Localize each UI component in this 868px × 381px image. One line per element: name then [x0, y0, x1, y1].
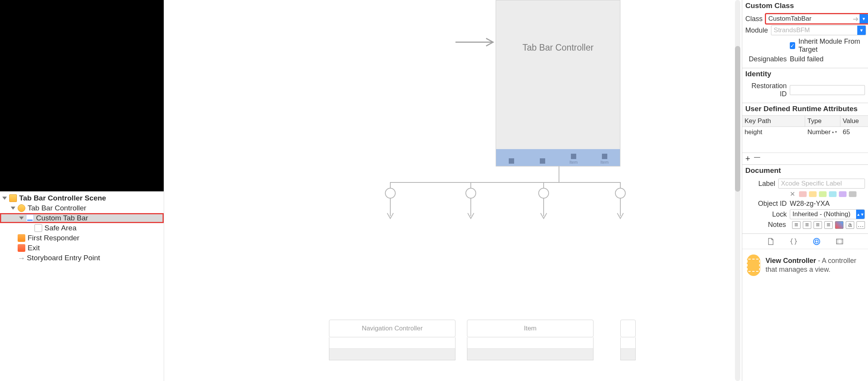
clear-color-icon[interactable]: ✕ [790, 190, 795, 198]
dest-scene-item[interactable]: Item [467, 320, 593, 360]
outline-item-label: Custom Tab Bar [36, 214, 88, 222]
font-picker-icon[interactable]: a [846, 221, 854, 229]
table-header-row: Key Path Type Value [742, 116, 868, 127]
dest-scene-navigation-controller[interactable]: Navigation Controller [329, 320, 455, 360]
align-justify-icon[interactable]: ≡ [824, 221, 833, 229]
outline-row-exit[interactable]: Exit [0, 243, 164, 253]
label-color-swatches [799, 191, 856, 197]
document-label-field[interactable] [779, 180, 865, 187]
svg-point-4 [615, 188, 625, 198]
outline-item-label: Storyboard Entry Point [27, 254, 100, 262]
outline-row-custom-tab-bar[interactable]: Custom Tab Bar [0, 213, 164, 223]
inherit-module-row[interactable]: ✓ Inherit Module From Target [790, 38, 865, 54]
safearea-icon [35, 224, 42, 232]
document-label-input[interactable] [778, 179, 865, 189]
table-cell-keypath[interactable]: height [742, 127, 805, 138]
tab-item[interactable] [532, 158, 553, 164]
field-label-restoration-id: Restoration ID [745, 82, 787, 98]
more-icon[interactable]: … [856, 221, 865, 229]
tabbar-icon [26, 214, 34, 222]
storyboard-canvas[interactable]: Tab Bar Controller Item Item [164, 0, 742, 381]
outline-row-first-responder[interactable]: First Responder [0, 233, 164, 243]
scrollbar-thumb[interactable] [735, 46, 740, 192]
disclosure-triangle-icon[interactable] [11, 207, 15, 210]
color-well-icon[interactable] [835, 221, 843, 229]
runtime-attributes-table[interactable]: Key Path Type Value height Number▲▼ 65 +… [742, 115, 868, 164]
table-row[interactable]: height Number▲▼ 65 [742, 127, 868, 138]
align-right-icon[interactable]: ≡ [814, 221, 822, 229]
color-swatch[interactable] [809, 191, 817, 197]
color-swatch[interactable] [829, 191, 837, 197]
field-label-class: Class [745, 15, 763, 23]
viewcontroller-library-icon [747, 255, 760, 276]
lock-value: Inherited - (Nothing) [792, 210, 850, 218]
align-left-icon[interactable]: ≡ [792, 221, 801, 229]
field-label-designables: Designables [745, 55, 787, 63]
table-header-cell[interactable]: Type [805, 116, 840, 126]
table-header-cell[interactable]: Key Path [742, 116, 805, 126]
section-identity: Identity Restoration ID [742, 68, 868, 103]
library-tab-file-icon[interactable] [766, 236, 776, 246]
remove-attribute-button[interactable]: — [754, 154, 760, 164]
lock-select[interactable]: Inherited - (Nothing) ▲▼ [790, 209, 865, 219]
color-swatch[interactable] [819, 191, 827, 197]
svg-rect-6 [815, 240, 818, 243]
align-center-icon[interactable]: ≡ [803, 221, 811, 229]
checkbox-checked-icon[interactable]: ✓ [790, 42, 795, 49]
chevron-updown-icon[interactable]: ▲▼ [856, 210, 865, 219]
viewcontroller-icon [18, 204, 25, 212]
library-tab-code-icon[interactable] [789, 236, 799, 246]
restoration-id-input[interactable] [790, 85, 865, 95]
outline-row-tabbarcontroller[interactable]: Tab Bar Controller [0, 203, 164, 213]
scene-icon [9, 194, 17, 202]
dest-title: Navigation Controller [362, 325, 423, 332]
scene-title-label: Tab Bar Controller [496, 43, 620, 53]
section-document: Document Label ✕ Ob [742, 165, 868, 233]
outline-row-safe-area[interactable]: Safe Area [0, 223, 164, 233]
tab-item[interactable]: Item [563, 154, 584, 164]
scene-tab-bar-controller[interactable]: Tab Bar Controller Item Item [496, 0, 620, 166]
library-tab-objects-icon[interactable] [812, 236, 822, 246]
table-cell-value[interactable]: 65 [840, 127, 868, 138]
color-swatch[interactable] [799, 191, 807, 197]
dest-scene-partial[interactable] [620, 320, 636, 360]
table-header-cell[interactable]: Value [840, 116, 868, 126]
section-runtime-attributes: User Defined Runtime Attributes Key Path… [742, 103, 868, 165]
go-arrow-icon[interactable]: ➜ [852, 15, 860, 23]
disclosure-triangle-icon[interactable] [2, 197, 7, 200]
table-cell-type[interactable]: Number▲▼ [805, 127, 840, 138]
exit-icon [18, 244, 25, 252]
stepper-icon[interactable]: ▲▼ [832, 128, 837, 136]
color-swatch[interactable] [849, 191, 856, 197]
library-tab-media-icon[interactable] [835, 236, 845, 246]
tab-item[interactable]: Item [594, 154, 615, 164]
chevron-down-icon[interactable]: ▼ [860, 14, 868, 23]
tab-item[interactable] [501, 158, 522, 164]
outline-item-label: First Responder [28, 234, 79, 242]
color-swatch[interactable] [839, 191, 847, 197]
svg-point-5 [814, 238, 820, 245]
outline-row-entry-point[interactable]: → Storyboard Entry Point [0, 253, 164, 263]
add-attribute-button[interactable]: + [745, 154, 750, 164]
library-item-view-controller[interactable]: View Controller - A controller that mana… [742, 249, 868, 281]
field-label-notes: Notes [745, 221, 786, 229]
module-field[interactable]: ▼ [771, 25, 866, 35]
segue-relationship[interactable] [329, 166, 624, 245]
class-input[interactable] [766, 15, 852, 23]
document-outline: Tab Bar Controller Scene Tab Bar Control… [0, 192, 164, 381]
outline-scene-row[interactable]: Tab Bar Controller Scene [0, 193, 164, 203]
module-input[interactable] [771, 26, 857, 34]
section-title: Identity [742, 68, 868, 80]
library-item-title: View Controller [766, 257, 816, 264]
tab-bar[interactable]: Item Item [496, 149, 620, 166]
entry-point-arrow-icon: → [18, 254, 25, 263]
preview-pane [0, 0, 164, 192]
designables-value: Build failed [790, 55, 824, 63]
disclosure-triangle-icon[interactable] [19, 217, 24, 220]
chevron-down-icon[interactable]: ▼ [857, 26, 866, 35]
svg-point-3 [539, 188, 549, 198]
class-field[interactable]: ➜ ▼ [766, 14, 868, 24]
section-title: User Defined Runtime Attributes [742, 103, 868, 115]
outline-scene-label: Tab Bar Controller Scene [19, 194, 106, 202]
vertical-scrollbar[interactable] [735, 0, 740, 381]
